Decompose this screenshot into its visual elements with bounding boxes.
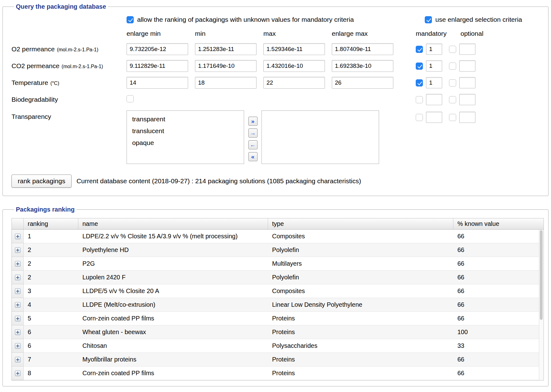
optional-weight-input[interactable] — [459, 44, 475, 55]
optional-weight-input[interactable] — [459, 94, 475, 105]
min-input[interactable] — [195, 43, 257, 55]
expand-row-icon[interactable] — [15, 275, 21, 280]
table-scrollbar[interactable] — [539, 230, 544, 380]
cell-name: LLDPE/5 v/v % Closite 20 A — [78, 284, 268, 298]
enlarge-max-input[interactable] — [332, 77, 393, 89]
expand-row-icon[interactable] — [15, 316, 21, 321]
cell-name: Wheat gluten - beewax — [78, 325, 268, 339]
criteria-row: O2 permeance (mol.m-2.s-1.Pa-1) — [12, 41, 544, 58]
enlarge-max-input[interactable] — [332, 60, 393, 72]
expand-row-icon[interactable] — [15, 234, 21, 239]
enlarge-min-input[interactable] — [127, 77, 188, 89]
table-row: 2 P2G Multilayers 66 — [12, 257, 539, 271]
table-row: 6 Wheat gluten - beewax Proteins 100 — [12, 325, 539, 339]
optional-checkbox[interactable] — [449, 63, 456, 70]
optional-checkbox[interactable] — [449, 79, 456, 86]
criterion-unit: (mol.m-2.s-1.Pa-1) — [62, 64, 103, 69]
expand-row-icon[interactable] — [15, 343, 21, 349]
optional-weight-input[interactable] — [459, 112, 475, 123]
mandatory-weight-input[interactable] — [426, 60, 442, 72]
cell-known-value: 66 — [453, 353, 539, 366]
allow-ranking-checkbox[interactable] — [127, 16, 134, 23]
cell-type: Polyolefin — [268, 271, 453, 284]
table-row: 2 Polyethylene HD Polyolefin 66 — [12, 243, 539, 257]
mandatory-checkbox[interactable] — [416, 63, 423, 70]
allow-ranking-option[interactable]: allow the ranking of packagings with unk… — [127, 16, 354, 23]
table-row: 8 Corn-zein coated PP films Proteins 66 — [12, 366, 539, 380]
cell-name: Corn-zein coated PP films — [78, 366, 268, 380]
cell-ranking: 6 — [24, 339, 78, 353]
transparency-option[interactable]: opaque — [127, 137, 244, 149]
move-left-button[interactable]: ← — [248, 140, 257, 149]
max-input[interactable] — [263, 43, 325, 55]
cell-known-value: 66 — [453, 271, 539, 284]
mandatory-checkbox[interactable] — [416, 114, 423, 121]
criterion-unit: (mol.m-2.s-1.Pa-1) — [57, 47, 98, 53]
cell-type: Proteins — [268, 353, 453, 366]
enlarge-min-input[interactable] — [127, 60, 188, 72]
criterion-label: CO2 permeance (mol.m-2.s-1.Pa-1) — [12, 62, 127, 70]
expand-row-icon[interactable] — [15, 357, 21, 362]
optional-checkbox[interactable] — [449, 46, 456, 53]
criterion-label: Temperature (°C) — [12, 79, 127, 86]
expand-row-icon[interactable] — [15, 247, 21, 253]
cell-type: Proteins — [268, 312, 453, 325]
expand-row-icon[interactable] — [15, 288, 21, 294]
rank-packagings-button[interactable]: rank packagings — [12, 175, 72, 188]
mandatory-weight-input[interactable] — [426, 77, 442, 88]
mandatory-weight-input[interactable] — [426, 44, 442, 55]
move-all-left-button[interactable]: « — [248, 152, 257, 161]
cell-known-value: 66 — [453, 243, 539, 257]
expand-row-icon[interactable] — [15, 302, 21, 308]
min-input[interactable] — [195, 60, 257, 72]
cell-ranking: 8 — [24, 366, 78, 380]
cell-type: Composites — [268, 284, 453, 298]
cell-known-value: 66 — [453, 298, 539, 312]
mandatory-checkbox[interactable] — [416, 79, 423, 86]
transparency-option[interactable]: translucent — [127, 125, 244, 137]
criterion-label: Transparency — [12, 110, 127, 120]
expand-row-icon[interactable] — [15, 329, 21, 335]
cell-type: Composites — [268, 230, 453, 243]
cell-known-value: 66 — [453, 284, 539, 298]
optional-checkbox[interactable] — [449, 114, 456, 121]
max-input[interactable] — [263, 77, 325, 89]
expand-row-icon[interactable] — [15, 261, 21, 267]
optional-weight-input[interactable] — [459, 77, 475, 88]
enlarged-criteria-option[interactable]: use enlarged selection criteria — [425, 16, 522, 23]
cell-name: Lupolen 2420 F — [78, 271, 268, 284]
cell-type: Proteins — [268, 325, 453, 339]
table-row: 1 LDPE/2.2 v/v % Closite 15 A/3.9 v/v % … — [12, 230, 539, 243]
optional-weight-input[interactable] — [459, 60, 475, 72]
mandatory-weight-input[interactable] — [426, 112, 442, 123]
cell-ranking: 7 — [24, 353, 78, 366]
cell-type: Multilayers — [268, 257, 453, 271]
enlarge-min-input[interactable] — [127, 43, 188, 55]
cell-known-value: 66 — [453, 312, 539, 325]
cell-ranking: 5 — [24, 312, 78, 325]
transparency-selected-list[interactable] — [262, 110, 379, 164]
cell-known-value: 66 — [453, 230, 539, 243]
scrollbar-thumb[interactable] — [540, 230, 543, 320]
cell-name: Polyethylene HD — [78, 243, 268, 257]
col-header-enlarge-max: enlarge max — [332, 30, 400, 37]
criterion-label: O2 permeance (mol.m-2.s-1.Pa-1) — [12, 45, 127, 53]
min-input[interactable] — [195, 77, 257, 89]
expand-row-icon[interactable] — [15, 371, 21, 376]
move-right-button[interactable]: → — [248, 128, 257, 138]
mandatory-checkbox[interactable] — [416, 46, 423, 53]
optional-checkbox[interactable] — [449, 96, 456, 103]
enlarge-max-input[interactable] — [332, 43, 393, 55]
transparency-option[interactable]: transparent — [127, 113, 244, 125]
mandatory-checkbox[interactable] — [416, 96, 423, 103]
criteria-header-row: enlarge min min max enlarge max mandator… — [12, 28, 544, 39]
cell-known-value: 33 — [453, 339, 539, 353]
move-all-right-button[interactable]: » — [248, 117, 257, 126]
transparency-available-list[interactable]: transparenttranslucentopaque — [127, 110, 244, 164]
biodegradability-checkbox[interactable] — [127, 95, 134, 102]
enlarged-criteria-checkbox[interactable] — [425, 16, 432, 23]
mandatory-weight-input[interactable] — [426, 94, 442, 105]
cell-known-value: 66 — [453, 366, 539, 380]
max-input[interactable] — [263, 60, 325, 72]
cell-ranking: 2 — [24, 243, 78, 257]
